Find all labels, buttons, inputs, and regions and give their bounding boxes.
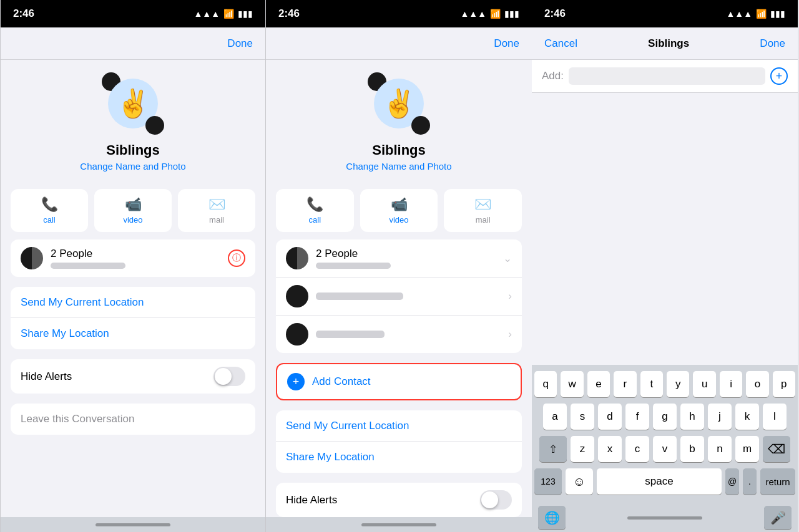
call-icon-2: 📞 [306, 196, 323, 213]
key-y[interactable]: y [667, 371, 689, 397]
hide-alerts-content-2: Hide Alerts [286, 494, 480, 506]
leave-row-1[interactable]: Leave this Conversation [11, 404, 255, 435]
group-name-1: Siblings [106, 142, 160, 158]
people-row-2[interactable]: 2 People ⌄ [276, 239, 522, 278]
time-2: 2:46 [278, 7, 300, 20]
share-location-row-2[interactable]: Share My Location [276, 442, 522, 473]
phone-3: 2:46 ▲▲▲ 📶 ▮▮▮ Cancel Siblings Done Add:… [532, 0, 798, 532]
location-section-2: Send My Current Location Share My Locati… [276, 410, 522, 473]
video-button-1[interactable]: 📹 video [94, 189, 172, 232]
wifi-icon-2: 📶 [490, 9, 501, 19]
call-icon: 📞 [41, 196, 58, 213]
people-row-1[interactable]: 2 People ⓘ [11, 239, 255, 277]
people-info-button-1[interactable]: ⓘ [228, 249, 245, 267]
sym-key[interactable]: 123 [534, 468, 562, 495]
key-u[interactable]: u [693, 371, 715, 397]
key-x[interactable]: x [598, 436, 622, 462]
key-a[interactable]: a [543, 404, 567, 430]
send-location-row-2[interactable]: Send My Current Location [276, 410, 522, 442]
mail-icon-2: ✉️ [474, 196, 491, 213]
hide-alerts-row-2[interactable]: Hide Alerts [276, 483, 522, 517]
globe-key[interactable]: 🌐 [538, 506, 566, 530]
action-buttons-1: 📞 call 📹 video ✉️ mail [1, 181, 265, 239]
key-w[interactable]: w [561, 371, 583, 397]
key-l[interactable]: l [763, 404, 787, 430]
key-h[interactable]: h [680, 404, 704, 430]
mail-button-2[interactable]: ✉️ mail [444, 189, 522, 232]
mail-button-1[interactable]: ✉️ mail [178, 189, 255, 232]
emoji-key[interactable]: ☺ [566, 468, 593, 495]
key-k[interactable]: k [735, 404, 759, 430]
key-p[interactable]: p [773, 371, 795, 397]
key-e[interactable]: e [587, 371, 610, 397]
add-field-input[interactable] [569, 67, 765, 85]
status-icons-1: ▲▲▲ 📶 ▮▮▮ [194, 9, 253, 19]
people-section-2: 2 People ⌄ › › [276, 239, 522, 353]
key-row-2: a s d f g h j k l [534, 404, 795, 430]
add-field-row: Add: + [532, 60, 798, 93]
send-location-row-1[interactable]: Send My Current Location [11, 287, 255, 318]
hide-alerts-toggle-2[interactable] [480, 490, 512, 510]
video-icon: 📹 [125, 196, 142, 213]
person-row-2[interactable]: › [276, 316, 522, 353]
share-location-row-1[interactable]: Share My Location [11, 318, 255, 349]
add-contact-row[interactable]: + Add Contact [276, 363, 522, 400]
battery-icon-2: ▮▮▮ [504, 9, 519, 19]
key-n[interactable]: n [708, 436, 732, 462]
hide-alerts-row-1[interactable]: Hide Alerts [11, 359, 255, 394]
cancel-button-3[interactable]: Cancel [544, 37, 577, 50]
video-button-2[interactable]: 📹 video [360, 189, 438, 232]
people-count-2: 2 People [316, 248, 358, 259]
space-key[interactable]: space [597, 468, 722, 495]
key-c[interactable]: c [625, 436, 649, 462]
delete-key[interactable]: ⌫ [763, 436, 790, 462]
key-s[interactable]: s [571, 404, 594, 430]
send-location-label-2: Send My Current Location [286, 420, 409, 432]
key-row-3: ⇧ z x c v b n m ⌫ [534, 436, 795, 462]
key-j[interactable]: j [708, 404, 732, 430]
at-key[interactable]: @ [725, 468, 739, 495]
key-o[interactable]: o [746, 371, 768, 397]
shift-key[interactable]: ⇧ [539, 436, 567, 462]
key-m[interactable]: m [735, 436, 759, 462]
hide-alerts-content-1: Hide Alerts [21, 370, 213, 383]
key-d[interactable]: d [598, 404, 622, 430]
done-button-2[interactable]: Done [494, 37, 519, 50]
return-key[interactable]: return [760, 468, 795, 495]
hide-alerts-section-1: Hide Alerts [11, 359, 255, 394]
signal-icon: ▲▲▲ [194, 9, 220, 19]
nav-bar-2: Done [266, 27, 532, 60]
person-row-1[interactable]: › [276, 278, 522, 316]
done-button-3[interactable]: Done [760, 37, 785, 50]
status-icons-3: ▲▲▲ 📶 ▮▮▮ [726, 9, 785, 19]
keyboard-section: q w e r t y u i o p a s d f g h j k [532, 365, 798, 532]
key-z[interactable]: z [571, 436, 594, 462]
people-subtitle-1 [51, 263, 125, 269]
key-r[interactable]: r [614, 371, 636, 397]
key-f[interactable]: f [625, 404, 649, 430]
change-name-1[interactable]: Change Name and Photo [80, 161, 185, 172]
period-key[interactable]: . [743, 468, 757, 495]
key-i[interactable]: i [720, 371, 742, 397]
done-button-1[interactable]: Done [227, 37, 253, 50]
share-location-label-1: Share My Location [21, 327, 109, 339]
mic-key[interactable]: 🎤 [764, 506, 792, 530]
people-subtitle-2 [316, 263, 391, 269]
key-t[interactable]: t [640, 371, 663, 397]
call-button-2[interactable]: 📞 call [276, 189, 354, 232]
key-v[interactable]: v [653, 436, 677, 462]
avatar-dot-bottomright-2 [411, 116, 430, 135]
key-q[interactable]: q [534, 371, 557, 397]
key-b[interactable]: b [680, 436, 704, 462]
call-label-1: call [43, 215, 56, 225]
key-g[interactable]: g [653, 404, 677, 430]
send-location-label-1: Send My Current Location [21, 296, 144, 308]
hide-alerts-toggle-1[interactable] [213, 367, 245, 386]
call-button-1[interactable]: 📞 call [11, 189, 88, 232]
add-contact-plus-icon: + [287, 373, 305, 390]
hide-alerts-label-1: Hide Alerts [21, 370, 72, 382]
people-row-content-1: 2 People [51, 248, 228, 269]
home-indicator-3 [627, 516, 702, 520]
change-name-2[interactable]: Change Name and Photo [346, 161, 451, 172]
add-field-plus-button[interactable]: + [770, 67, 788, 85]
